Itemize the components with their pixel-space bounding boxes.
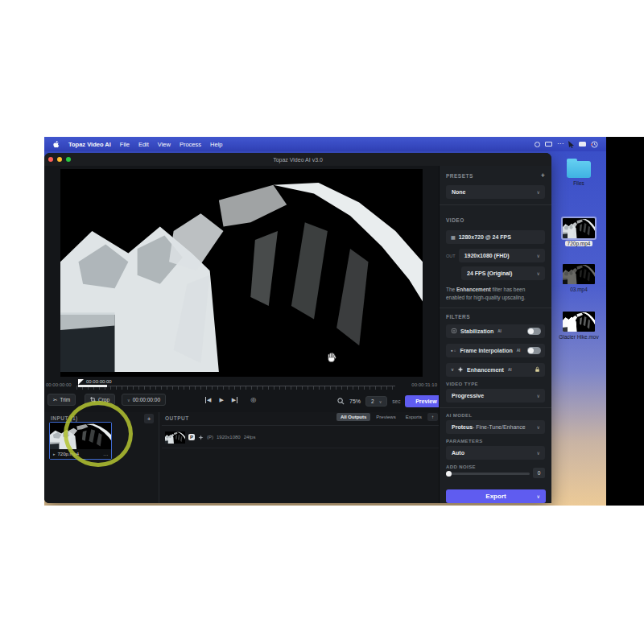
trim-button[interactable]: ✂ Trim	[47, 394, 76, 406]
preset-select[interactable]: None ∨	[446, 185, 545, 199]
desktop-label[interactable]: 03.mp4	[570, 287, 588, 292]
ai-badge: AI	[497, 329, 502, 333]
crop-button[interactable]: Crop	[85, 394, 115, 406]
add-noise-label: ADD NOISE	[446, 464, 545, 469]
step-back-icon[interactable]: ◀	[205, 397, 211, 403]
desktop-item-03[interactable]: 03.mp4	[563, 264, 595, 292]
menu-item-file[interactable]: File	[120, 141, 130, 148]
chevron-down-icon: ∨	[537, 450, 540, 456]
filter-label: Frame Interpolation	[460, 348, 512, 353]
frame-interpolation-toggle[interactable]	[527, 347, 541, 354]
desktop-item-720p[interactable]: 720p.mp4	[563, 218, 595, 246]
desktop-item-files[interactable]: Files	[567, 161, 591, 186]
chevron-down-icon: ∨	[379, 399, 382, 404]
window-title: Topaz Video AI v3.0	[44, 157, 551, 163]
filters-header: FILTERS	[446, 314, 545, 320]
keyboard-icon[interactable]	[579, 142, 586, 147]
parameters-label: PARAMETERS	[446, 439, 545, 444]
more-icon[interactable]: ⋯	[557, 142, 564, 146]
filter-enhancement[interactable]: ∨ EnhancementAI	[446, 363, 545, 377]
screen-mirroring-icon[interactable]	[545, 142, 552, 147]
resolution-select[interactable]: 1920x1080 (FHD) ∨	[459, 249, 545, 262]
chevron-down-icon: ∨	[537, 424, 540, 430]
menu-item-edit[interactable]: Edit	[138, 141, 149, 148]
add-input-button[interactable]: +	[144, 414, 154, 423]
video-type-select[interactable]: Progressive ∨	[446, 389, 545, 402]
input-clip-card[interactable]: ▸ 720p.mp4 ⋯	[49, 422, 112, 460]
clip-menu-icon[interactable]: ⋯	[103, 452, 108, 457]
clock-icon[interactable]	[591, 141, 598, 148]
record-icon[interactable]	[535, 142, 540, 147]
menu-item-view[interactable]: View	[158, 141, 171, 148]
sort-up-icon[interactable]: ↑	[427, 413, 438, 421]
export-button[interactable]: Export ∨	[446, 489, 546, 503]
slider-knob[interactable]	[446, 471, 452, 477]
video-header: VIDEO	[446, 217, 464, 223]
output-thumbnail	[165, 431, 185, 444]
output-fps: 24fps	[244, 435, 256, 440]
ai-model-label: AI MODEL	[446, 413, 545, 418]
input-clip-label-row: ▸ 720p.mp4 ⋯	[50, 449, 111, 459]
toggle-knob	[528, 348, 534, 353]
interval-select[interactable]: 2 ∨	[365, 396, 387, 407]
magnifier-icon[interactable]	[337, 398, 345, 405]
timeline[interactable]: 00:00:00:00 00:00:31:10 00:00:00:00	[46, 379, 437, 392]
menu-bar: Topaz Video AI File Edit View Process He…	[44, 137, 606, 151]
source-info: 1280x720 @ 24 FPS	[459, 234, 511, 240]
note-bold: Enhancement	[456, 287, 491, 292]
out-label: OUT	[446, 254, 456, 258]
tab-all-outputs[interactable]: All Outputs	[336, 413, 370, 421]
app-window: Topaz Video AI v3.0	[44, 153, 551, 503]
enhancement-note: The Enhancement filter has been enabled …	[446, 286, 545, 302]
chevron-down-icon: ∨	[537, 253, 540, 258]
menu-app-name[interactable]: Topaz Video AI	[68, 141, 111, 148]
filter-frame-interpolation[interactable]: ●○ Frame InterpolationAI	[446, 344, 545, 357]
timeline-progress	[78, 385, 107, 387]
toggle-knob	[528, 328, 534, 334]
play-icon[interactable]: ▶	[219, 397, 223, 403]
tab-previews[interactable]: Previews	[372, 413, 399, 421]
parameters-select[interactable]: Auto ∨	[446, 446, 545, 460]
menu-item-process[interactable]: Process	[180, 141, 201, 148]
add-noise-slider[interactable]	[446, 473, 530, 475]
desktop-label[interactable]: Glacier Hike.mov	[559, 334, 598, 340]
input-file-name: 720p.mp4	[58, 452, 80, 456]
video-thumbnail-icon[interactable]	[563, 218, 595, 238]
interval-unit: sec	[392, 398, 400, 404]
zoom-level[interactable]: 75%	[349, 398, 361, 404]
desktop-item-glacier[interactable]: Glacier Hike.mov	[559, 312, 598, 340]
panel-divider	[159, 412, 159, 503]
divider	[440, 308, 551, 308]
fps-value: 24 FPS (Original)	[467, 270, 512, 276]
stabilization-toggle[interactable]	[527, 328, 541, 335]
menu-item-help[interactable]: Help	[210, 141, 222, 148]
add-preset-icon[interactable]: +	[541, 171, 545, 180]
fps-select[interactable]: 24 FPS (Original) ∨	[461, 266, 545, 280]
enhancement-icon	[457, 366, 464, 373]
input-clip-thumbnail[interactable]	[50, 423, 111, 450]
settings-panel: PRESETS + None ∨ VIDEO ▦ 1280x720 @ 24 F…	[439, 166, 551, 503]
ai-model-select[interactable]: Proteus - Fine-Tune/Enhance ∨	[446, 420, 545, 434]
video-thumbnail-icon[interactable]	[563, 312, 595, 332]
video-thumbnail-icon[interactable]	[563, 264, 595, 284]
folder-icon[interactable]	[567, 161, 591, 178]
apple-icon[interactable]	[52, 140, 60, 148]
divider	[440, 407, 551, 408]
desktop-label[interactable]: Files	[573, 180, 584, 186]
resolution-value: 1920x1080 (FHD)	[464, 253, 510, 258]
timecode-field[interactable]: ∨ 00:00:00:00	[122, 394, 166, 406]
playhead-marker[interactable]	[78, 379, 84, 385]
desktop-label[interactable]: 720p.mp4	[565, 241, 593, 246]
tab-exports[interactable]: Exports	[402, 413, 426, 421]
video-preview[interactable]	[60, 169, 423, 377]
step-forward-icon[interactable]: ▶	[232, 397, 237, 403]
loop-icon[interactable]: ◎	[250, 396, 256, 403]
zoom-controls: 75% 2 ∨ sec Preview	[337, 395, 447, 407]
filter-stabilization[interactable]: StabilizationAI	[446, 324, 545, 338]
video-frame	[60, 174, 423, 372]
cursor-icon	[568, 141, 574, 148]
crop-label: Crop	[98, 397, 109, 402]
video-type-label: VIDEO TYPE	[446, 382, 545, 386]
window-titlebar[interactable]: Topaz Video AI v3.0	[44, 153, 551, 166]
preview-label: Preview	[415, 398, 436, 404]
